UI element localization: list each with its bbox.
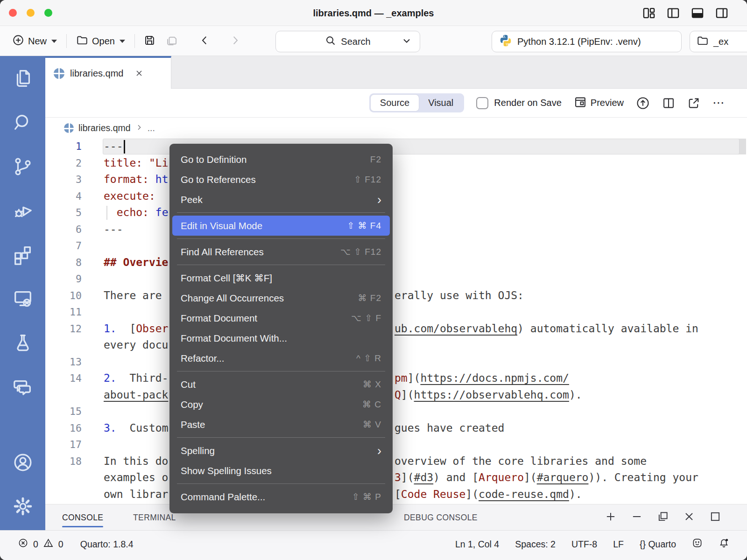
code-line[interactable]: examples o3](#d3) and [Arquero](#arquero… xyxy=(45,469,747,486)
errors-icon[interactable] xyxy=(18,538,28,551)
warnings-icon[interactable] xyxy=(43,538,54,551)
code-token: about-pack xyxy=(104,389,168,401)
chevron-down-icon[interactable] xyxy=(401,35,412,49)
menu-item-spelling[interactable]: Spelling› xyxy=(169,441,393,461)
maximize-panel-icon[interactable] xyxy=(709,511,721,525)
navigate-forward-button[interactable] xyxy=(224,34,246,49)
code-line[interactable]: every docu xyxy=(45,337,747,354)
panel-tab-console[interactable]: CONSOLE xyxy=(62,504,103,531)
explorer-icon[interactable] xyxy=(12,68,34,89)
code-line[interactable]: 18In this dooverview of the core librari… xyxy=(45,453,747,470)
encoding[interactable]: UTF-8 xyxy=(571,539,597,550)
minimize-panel-icon[interactable] xyxy=(631,511,643,525)
settings-gear-icon[interactable] xyxy=(12,496,34,517)
breadcrumb-more[interactable]: ... xyxy=(148,123,155,133)
panel-tab-debug-console[interactable]: DEBUG CONSOLE xyxy=(404,504,478,531)
menu-item-command-palette[interactable]: Command Palette...⇧ ⌘ P xyxy=(169,487,393,507)
code-line[interactable]: 3format: ht xyxy=(45,171,747,188)
cursor-position[interactable]: Ln 1, Col 4 xyxy=(455,539,499,550)
split-editor-icon[interactable] xyxy=(662,97,675,110)
extensions-icon[interactable] xyxy=(12,244,34,266)
menu-item-find-all-references[interactable]: Find All References⌥ ⇧ F12 xyxy=(169,242,393,262)
code-line[interactable]: 15 xyxy=(45,403,747,420)
code-line[interactable]: 1--- xyxy=(45,138,747,155)
menu-item-paste[interactable]: Paste⌘ V xyxy=(169,414,393,434)
menu-item-cut[interactable]: Cut⌘ X xyxy=(169,374,393,394)
line-number: 3 xyxy=(45,171,82,188)
new-console-plus-icon[interactable] xyxy=(605,511,617,525)
code-line[interactable]: 10There are erally use with OJS: xyxy=(45,287,747,304)
code-line[interactable]: 163. Customgues have created xyxy=(45,420,747,437)
save-all-button[interactable] xyxy=(161,34,183,49)
code-text-right: 3](#d3) and [Arquero](#arquero)). Creati… xyxy=(395,469,698,486)
breadcrumb-file[interactable]: libraries.qmd xyxy=(78,123,131,133)
code-line[interactable]: 4execute: xyxy=(45,188,747,205)
code-line[interactable]: 7 xyxy=(45,238,747,254)
code-line[interactable]: 121. [Obserub.com/observablehq) automati… xyxy=(45,321,747,337)
code-line[interactable]: 5 echo: fe xyxy=(45,204,747,221)
preview-button[interactable]: Preview xyxy=(574,96,624,111)
navigate-back-button[interactable] xyxy=(194,34,216,49)
more-actions-icon[interactable]: ⋯ xyxy=(712,96,726,110)
open-in-new-window-icon[interactable] xyxy=(687,97,700,110)
indent-setting[interactable]: Spaces: 2 xyxy=(515,539,556,550)
sessions-icon[interactable] xyxy=(12,288,34,309)
render-on-save-checkbox[interactable] xyxy=(476,97,488,109)
tab-libraries-qmd[interactable]: libraries.qmd xyxy=(45,56,171,89)
new-button[interactable]: New xyxy=(7,31,63,51)
menu-item-peek[interactable]: Peek› xyxy=(169,189,393,210)
workspace-selector[interactable]: _ex xyxy=(690,31,747,52)
menu-item-format-cell-k-f[interactable]: Format Cell [⌘K ⌘F] xyxy=(169,268,393,288)
code-line[interactable]: 13 xyxy=(45,354,747,371)
menu-item-show-spelling-issues[interactable]: Show Spelling Issues xyxy=(169,461,393,481)
code-editor[interactable]: 1---2title: "Li3format: ht4execute:5 ech… xyxy=(45,138,747,504)
menu-item-copy[interactable]: Copy⌘ C xyxy=(169,394,393,414)
eol-setting[interactable]: LF xyxy=(613,539,624,550)
code-line[interactable]: 142. Third-pm](https://docs.npmjs.com/ xyxy=(45,370,747,387)
notifications-bell-icon[interactable] xyxy=(719,538,729,551)
error-count[interactable]: 0 xyxy=(33,539,38,550)
toggle-panel-icon[interactable] xyxy=(691,7,704,21)
close-tab-icon[interactable] xyxy=(134,69,144,78)
open-button[interactable]: Open xyxy=(70,31,131,51)
menu-item-format-document-with[interactable]: Format Document With... xyxy=(169,328,393,348)
feedback-smiley-icon[interactable] xyxy=(692,538,703,551)
quarto-version[interactable]: Quarto: 1.8.4 xyxy=(80,539,134,550)
language-mode[interactable]: {} Quarto xyxy=(640,539,676,550)
testing-flask-icon[interactable] xyxy=(12,332,34,354)
visual-mode-button[interactable]: Visual xyxy=(419,95,463,111)
code-line[interactable]: 11 xyxy=(45,304,747,321)
menu-item-change-all-occurrences[interactable]: Change All Occurrences⌘ F2 xyxy=(169,288,393,308)
code-line[interactable]: 6--- xyxy=(45,221,747,238)
code-line[interactable]: 9 xyxy=(45,271,747,287)
search-sidebar-icon[interactable] xyxy=(12,112,34,133)
toggle-secondary-sidebar-icon[interactable] xyxy=(715,7,728,21)
chat-icon[interactable] xyxy=(12,376,34,398)
code-line[interactable]: 17 xyxy=(45,436,747,453)
interpreter-selector[interactable]: Python 3.12.1 (PipEnv: .venv) xyxy=(492,31,682,52)
save-button[interactable] xyxy=(139,34,161,49)
run-debug-icon[interactable] xyxy=(12,200,34,221)
source-mode-button[interactable]: Source xyxy=(371,95,419,111)
restore-panel-icon[interactable] xyxy=(657,511,669,525)
menu-item-refactor[interactable]: Refactor...^ ⇧ R xyxy=(169,348,393,368)
breadcrumb[interactable]: libraries.qmd ... xyxy=(45,118,747,138)
menu-item-go-to-references[interactable]: Go to References⇧ F12 xyxy=(169,169,393,189)
warning-count[interactable]: 0 xyxy=(58,539,63,550)
close-panel-icon[interactable] xyxy=(683,511,695,525)
render-icon[interactable] xyxy=(636,96,650,110)
menu-item-edit-in-visual-mode[interactable]: Edit in Visual Mode⇧ ⌘ F4 xyxy=(172,216,390,236)
source-control-icon[interactable] xyxy=(12,156,34,177)
code-line[interactable]: own librar[Code Reuse](code-reuse.qmd). xyxy=(45,486,747,503)
account-icon[interactable] xyxy=(12,452,34,473)
code-line[interactable]: 8## Overvie xyxy=(45,254,747,271)
menu-item-go-to-definition[interactable]: Go to DefinitionF2 xyxy=(169,149,393,169)
toggle-sidebar-icon[interactable] xyxy=(667,7,680,21)
code-line[interactable]: 2title: "Li xyxy=(45,155,747,172)
search-input[interactable]: Search xyxy=(275,31,420,52)
menu-item-format-document[interactable]: Format Document⌥ ⇧ F xyxy=(169,308,393,328)
customize-layout-icon[interactable] xyxy=(642,7,655,21)
plus-circle-icon xyxy=(12,34,24,49)
code-token: )). Creating your xyxy=(588,471,698,483)
code-line[interactable]: about-packQ](https://observablehq.com). xyxy=(45,387,747,404)
